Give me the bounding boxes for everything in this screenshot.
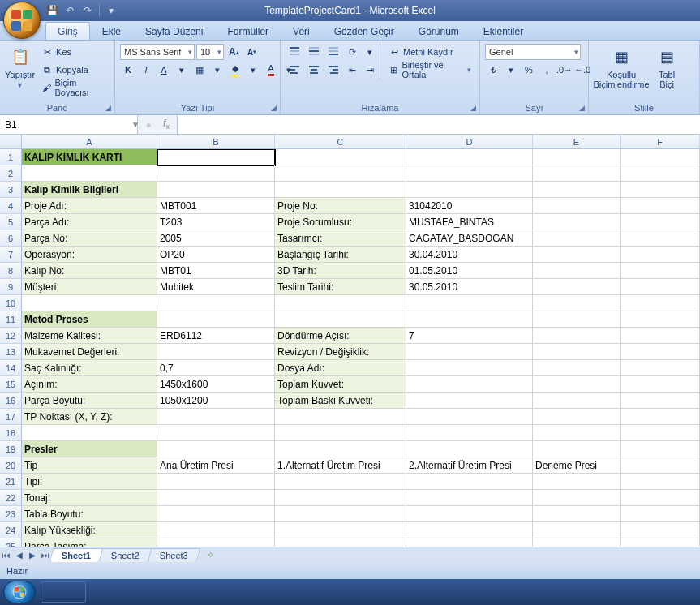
- name-box[interactable]: ▼: [0, 115, 138, 134]
- conditional-formatting-button[interactable]: ▦ Koşullu Biçimlendirme: [592, 42, 651, 92]
- accounting-dropdown[interactable]: ▾: [503, 62, 519, 78]
- cell-B16[interactable]: 1050x1200: [157, 393, 275, 409]
- row-header[interactable]: 16: [0, 393, 22, 409]
- cell-C20[interactable]: 1.Alternatif Üretim Presi: [275, 457, 406, 474]
- border-button[interactable]: ▦: [191, 62, 208, 78]
- sheet-nav-next[interactable]: ▶: [26, 551, 39, 560]
- cell-D16[interactable]: [406, 393, 533, 409]
- cell-A1[interactable]: KALIP KİMLİK KARTI: [22, 149, 157, 165]
- sheet-tab-1[interactable]: Sheet1: [49, 548, 104, 562]
- cell-B1[interactable]: [157, 149, 275, 165]
- sheet-nav-first[interactable]: ⏮: [0, 551, 13, 560]
- col-header-C[interactable]: C: [275, 135, 406, 148]
- row-header[interactable]: 3: [0, 182, 22, 198]
- paste-button[interactable]: 📋 Yapıştır ▼: [3, 42, 37, 92]
- font-dialog-launcher[interactable]: ◢: [268, 103, 278, 113]
- cell-D23[interactable]: [406, 506, 533, 522]
- cell-D7[interactable]: 30.04.2010: [406, 247, 533, 263]
- cell-C19[interactable]: [275, 441, 406, 457]
- cell-C12[interactable]: Döndürme Açısı:: [275, 328, 406, 344]
- row-header[interactable]: 4: [0, 198, 22, 214]
- fill-color-dropdown[interactable]: ▾: [245, 62, 261, 78]
- align-left-button[interactable]: [286, 62, 303, 78]
- underline-dropdown[interactable]: ▾: [174, 62, 190, 78]
- cut-button[interactable]: ✂Kes: [38, 44, 110, 60]
- cell-A13[interactable]: Mukavemet Değerleri:: [22, 344, 157, 360]
- cell-B2[interactable]: [157, 165, 275, 182]
- tab-insert[interactable]: Ekle: [90, 22, 133, 40]
- cell-D22[interactable]: [406, 490, 533, 506]
- increase-decimal-button[interactable]: .0→: [556, 62, 573, 78]
- cell-A10[interactable]: [22, 295, 157, 311]
- cell-C16[interactable]: Toplam Baskı Kuvveti:: [275, 393, 406, 409]
- cell-D6[interactable]: CAGATAY_BASDOGAN: [406, 230, 533, 247]
- cell-D19[interactable]: [406, 441, 533, 457]
- cell-B18[interactable]: [157, 425, 275, 441]
- cell-C4[interactable]: Proje No:: [275, 198, 406, 214]
- cell-F15[interactable]: [621, 376, 700, 393]
- cell-D13[interactable]: [406, 344, 533, 360]
- cell-E13[interactable]: [533, 344, 621, 360]
- cell-A8[interactable]: Kalıp No:: [22, 263, 157, 279]
- cell-E9[interactable]: [533, 279, 621, 295]
- cell-D11[interactable]: [406, 311, 533, 328]
- row-header[interactable]: 18: [0, 425, 22, 441]
- col-header-F[interactable]: F: [621, 135, 700, 148]
- cell-D18[interactable]: [406, 425, 533, 441]
- cell-C13[interactable]: Revizyon / Değişiklik:: [275, 344, 406, 360]
- formula-input[interactable]: [178, 115, 700, 134]
- row-header[interactable]: 5: [0, 214, 22, 230]
- cell-A22[interactable]: Tonaj:: [22, 490, 157, 506]
- cell-D2[interactable]: [406, 165, 533, 182]
- cell-D5[interactable]: MUSTAFA_BINTAS: [406, 214, 533, 230]
- cell-B9[interactable]: Mubitek: [157, 279, 275, 295]
- cell-E18[interactable]: [533, 425, 621, 441]
- underline-button[interactable]: A: [156, 62, 172, 78]
- cell-D8[interactable]: 01.05.2010: [406, 263, 533, 279]
- cell-F16[interactable]: [621, 393, 700, 409]
- redo-icon[interactable]: ↷: [81, 4, 94, 17]
- cell-B24[interactable]: [157, 522, 275, 538]
- tab-formulas[interactable]: Formüller: [215, 22, 281, 40]
- tab-data[interactable]: Veri: [281, 22, 322, 40]
- cell-B19[interactable]: [157, 441, 275, 457]
- cell-F10[interactable]: [621, 295, 700, 311]
- shrink-font-button[interactable]: A▾: [244, 44, 260, 60]
- align-right-button[interactable]: [324, 62, 342, 78]
- row-header[interactable]: 19: [0, 441, 22, 457]
- cell-C15[interactable]: Toplam Kuvvet:: [275, 376, 406, 393]
- alignment-dialog-launcher[interactable]: ◢: [468, 103, 478, 113]
- cell-F8[interactable]: [621, 263, 700, 279]
- cell-F17[interactable]: [621, 409, 700, 425]
- cell-C17[interactable]: [275, 409, 406, 425]
- tab-review[interactable]: Gözden Geçir: [322, 22, 406, 40]
- cell-E7[interactable]: [533, 247, 621, 263]
- cell-D1[interactable]: [406, 149, 533, 165]
- align-center-button[interactable]: [305, 62, 323, 78]
- cell-B14[interactable]: 0,7: [157, 360, 275, 376]
- cell-A5[interactable]: Parça Adı:: [22, 214, 157, 230]
- cell-F1[interactable]: [621, 149, 700, 165]
- cell-D3[interactable]: [406, 182, 533, 198]
- row-header[interactable]: 15: [0, 376, 22, 393]
- cell-A21[interactable]: Tipi:: [22, 474, 157, 490]
- wrap-text-button[interactable]: ↩Metni Kaydır: [385, 44, 475, 60]
- row-header[interactable]: 17: [0, 409, 22, 425]
- clipboard-dialog-launcher[interactable]: ◢: [103, 103, 113, 113]
- cell-B5[interactable]: T203: [157, 214, 275, 230]
- cell-D21[interactable]: [406, 474, 533, 490]
- cell-E10[interactable]: [533, 295, 621, 311]
- decrease-decimal-button[interactable]: ←.0: [574, 62, 590, 78]
- cell-E21[interactable]: [533, 474, 621, 490]
- font-name-select[interactable]: MS Sans Serif: [120, 44, 195, 60]
- taskbar-item[interactable]: [41, 581, 86, 603]
- row-header[interactable]: 7: [0, 247, 22, 263]
- align-middle-button[interactable]: [305, 44, 323, 60]
- cell-A19[interactable]: Presler: [22, 441, 157, 457]
- cell-F13[interactable]: [621, 344, 700, 360]
- cell-C10[interactable]: [275, 295, 406, 311]
- cell-C18[interactable]: [275, 425, 406, 441]
- cell-A18[interactable]: [22, 425, 157, 441]
- row-header[interactable]: 14: [0, 360, 22, 376]
- cell-E8[interactable]: [533, 263, 621, 279]
